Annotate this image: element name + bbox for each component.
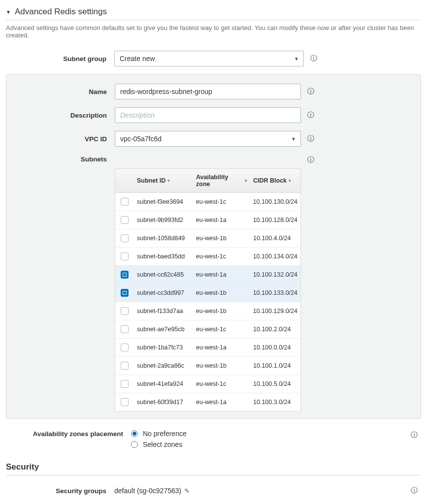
cell-cidr: 10.100.4.0/24 <box>250 229 300 247</box>
cell-availability-zone: eu-west-1c <box>193 320 250 338</box>
cell-availability-zone: eu-west-1c <box>193 248 250 265</box>
row-checkbox[interactable] <box>121 289 129 297</box>
subnet-group-select[interactable]: Create new <box>114 51 304 66</box>
table-row[interactable]: subnet-9b993fd2eu-west-1a10.100.128.0/24 <box>115 211 300 229</box>
cell-cidr: 10.100.3.0/24 <box>250 393 300 411</box>
row-checkbox[interactable] <box>121 216 129 224</box>
column-availability-zone[interactable]: Availability zone▾ <box>193 169 250 192</box>
row-checkbox[interactable] <box>121 234 129 242</box>
edit-icon[interactable]: ✎ <box>184 487 190 495</box>
advanced-settings-header[interactable]: ▼ Advanced Redis settings <box>6 5 421 20</box>
cell-subnet-id: subnet-1058d849 <box>134 229 193 247</box>
cell-subnet-id: subnet-cc3dd997 <box>134 284 193 302</box>
name-input[interactable] <box>115 84 301 99</box>
cell-subnet-id: subnet-baed35dd <box>134 248 193 265</box>
cell-cidr: 10.100.128.0/24 <box>250 211 300 229</box>
table-row[interactable]: subnet-f3ee3694eu-west-1c10.100.130.0/24 <box>115 193 300 211</box>
table-row[interactable]: subnet-2a9ca86ceu-west-1b10.100.1.0/24 <box>115 356 300 375</box>
radio-icon <box>131 430 138 437</box>
table-row[interactable]: subnet-60f39d17eu-west-1a10.100.3.0/24 <box>115 393 300 411</box>
cell-cidr: 10.100.0.0/24 <box>250 339 300 356</box>
cell-availability-zone: eu-west-1a <box>193 266 250 284</box>
subnets-label: Subnets <box>11 155 115 163</box>
info-icon[interactable]: ⓘ <box>307 155 315 164</box>
subnet-group-panel: Name ⓘ Description ⓘ VPC ID vpc-05a7fc6d… <box>6 74 421 419</box>
cell-subnet-id: subnet-9b993fd2 <box>134 211 193 229</box>
radio-label: Select zones <box>143 441 182 448</box>
subnet-group-label: Subnet group <box>6 55 114 63</box>
table-row[interactable]: subnet-f133d7aaeu-west-1b10.100.129.0/24 <box>115 302 300 320</box>
vpc-id-label: VPC ID <box>11 135 115 143</box>
security-section-title: Security <box>6 462 421 472</box>
section-description: Advanced settings have common defaults s… <box>6 24 421 39</box>
cell-availability-zone: eu-west-1a <box>193 393 250 411</box>
table-row[interactable]: subnet-1058d849eu-west-1b10.100.4.0/24 <box>115 229 300 247</box>
row-checkbox[interactable] <box>121 325 129 333</box>
info-icon[interactable]: ⓘ <box>307 87 315 96</box>
cell-availability-zone: eu-west-1c <box>193 375 250 393</box>
cell-subnet-id: subnet-60f39d17 <box>134 393 193 411</box>
info-icon[interactable]: ⓘ <box>307 111 315 120</box>
table-row[interactable]: subnet-1ba7fc73eu-west-1a10.100.0.0/24 <box>115 338 300 356</box>
info-icon[interactable]: ⓘ <box>310 54 318 63</box>
cell-subnet-id: subnet-41efa924 <box>134 375 193 393</box>
divider <box>6 475 421 475</box>
row-checkbox[interactable] <box>121 398 129 406</box>
sort-icon: ▾ <box>167 178 170 183</box>
row-checkbox[interactable] <box>121 271 129 279</box>
row-checkbox[interactable] <box>121 344 129 351</box>
cell-cidr: 10.100.132.0/24 <box>250 266 300 284</box>
security-groups-value: default (sg-0c927563) <box>114 487 181 495</box>
description-input[interactable] <box>115 107 301 123</box>
cell-subnet-id: subnet-f133d7aa <box>134 302 193 320</box>
column-checkbox <box>115 169 134 192</box>
cell-availability-zone: eu-west-1b <box>193 284 250 302</box>
row-checkbox[interactable] <box>121 362 129 370</box>
cell-subnet-id: subnet-f3ee3694 <box>134 193 193 211</box>
cell-subnet-id: subnet-ae7e95cb <box>134 320 193 338</box>
info-icon[interactable]: ⓘ <box>410 431 418 440</box>
cell-cidr: 10.100.129.0/24 <box>250 302 300 320</box>
info-icon[interactable]: ⓘ <box>410 486 418 495</box>
row-checkbox[interactable] <box>121 380 129 388</box>
cell-availability-zone: eu-west-1b <box>193 357 250 375</box>
column-subnet-id[interactable]: Subnet ID▾ <box>134 169 193 192</box>
cell-cidr: 10.100.2.0/24 <box>250 320 300 338</box>
cell-cidr: 10.100.1.0/24 <box>250 357 300 375</box>
sort-icon: ▾ <box>245 178 247 183</box>
cell-cidr: 10.100.5.0/24 <box>250 375 300 393</box>
cell-availability-zone: eu-west-1b <box>193 229 250 247</box>
info-icon[interactable]: ⓘ <box>307 134 315 143</box>
cell-availability-zone: eu-west-1a <box>193 339 250 356</box>
section-title: Advanced Redis settings <box>15 7 107 17</box>
table-row[interactable]: subnet-cc62c485eu-west-1a10.100.132.0/24 <box>115 265 300 284</box>
table-row[interactable]: subnet-cc3dd997eu-west-1b10.100.133.0/24 <box>115 284 300 302</box>
cell-cidr: 10.100.133.0/24 <box>250 284 300 302</box>
table-row[interactable]: subnet-ae7e95cbeu-west-1c10.100.2.0/24 <box>115 320 300 338</box>
subnets-table: Subnet ID▾ Availability zone▾ CIDR Block… <box>115 168 301 411</box>
vpc-id-select[interactable]: vpc-05a7fc6d <box>115 131 301 147</box>
az-select-zones-option[interactable]: Select zones <box>131 441 187 448</box>
row-checkbox[interactable] <box>121 198 129 206</box>
az-no-preference-option[interactable]: No preference <box>131 430 187 438</box>
row-checkbox[interactable] <box>121 307 129 315</box>
table-row[interactable]: subnet-baed35ddeu-west-1c10.100.134.0/24 <box>115 247 300 265</box>
table-row[interactable]: subnet-41efa924eu-west-1c10.100.5.0/24 <box>115 375 300 393</box>
name-label: Name <box>11 88 115 95</box>
sort-icon: ▾ <box>289 178 291 183</box>
cell-subnet-id: subnet-1ba7fc73 <box>134 339 193 356</box>
description-label: Description <box>11 112 115 119</box>
cell-cidr: 10.100.134.0/24 <box>250 248 300 265</box>
cell-cidr: 10.100.130.0/24 <box>250 193 300 211</box>
row-checkbox[interactable] <box>121 252 129 260</box>
radio-label: No preference <box>143 430 187 438</box>
cell-availability-zone: eu-west-1c <box>193 193 250 211</box>
caret-down-icon: ▼ <box>6 9 11 15</box>
divider <box>6 20 421 20</box>
table-header: Subnet ID▾ Availability zone▾ CIDR Block… <box>115 169 300 193</box>
security-groups-label: Security groups <box>6 487 114 495</box>
cell-availability-zone: eu-west-1b <box>193 302 250 320</box>
radio-icon <box>131 441 138 448</box>
cell-subnet-id: subnet-cc62c485 <box>134 266 193 284</box>
column-cidr-block[interactable]: CIDR Block▾ <box>250 169 300 192</box>
